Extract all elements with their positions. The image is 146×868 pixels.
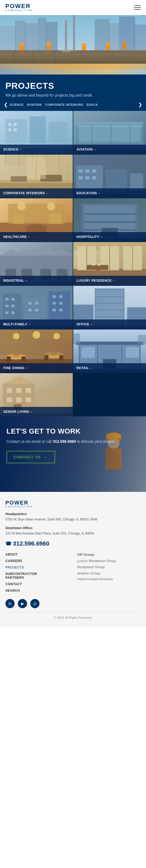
svg-rect-185 — [7, 397, 12, 402]
project-card-education[interactable]: EDUCATION→ — [73, 155, 146, 198]
svg-rect-9 — [134, 25, 146, 53]
svg-rect-173 — [126, 347, 139, 358]
svg-rect-130 — [52, 295, 56, 298]
footer-hq-address: Headquarters: 8750 W. Bryn Mawr Avenue, … — [5, 512, 141, 522]
footer-hq-label: Headquarters: — [5, 512, 141, 516]
svg-rect-22 — [47, 45, 51, 50]
svg-rect-73 — [92, 176, 96, 179]
cat-item-science[interactable]: SCIENCE — [9, 103, 24, 106]
footer-nav-about[interactable]: ABOUT — [5, 553, 69, 556]
header: POWER CONSTRUCTION — [0, 0, 146, 15]
footer-brands: VIP Group Luxury Residence Group Workpla… — [77, 553, 141, 592]
contact-us-button[interactable]: CONTACT US → — [6, 451, 55, 463]
svg-rect-40 — [14, 123, 17, 126]
footer-phone[interactable]: ☎ 312.596.6960 — [5, 540, 141, 547]
project-card-science[interactable]: SCIENCE→ — [0, 111, 73, 154]
footer-nav-subcontractor[interactable]: SUBCONTRACTORPARTNERS — [5, 572, 69, 580]
project-card-corporate[interactable]: CORPORATE INTERIORS→ — [0, 155, 73, 198]
footer-nav-careers[interactable]: CAREERS — [5, 559, 69, 563]
svg-point-152 — [33, 331, 40, 339]
svg-rect-30 — [122, 45, 126, 50]
cat-next-arrow[interactable]: ❯ — [137, 102, 144, 107]
svg-rect-18 — [20, 46, 24, 50]
footer-nav-projects[interactable]: PROJECTS — [5, 565, 69, 569]
svg-rect-164 — [0, 339, 73, 355]
svg-rect-121 — [11, 298, 15, 301]
footer-nav-search[interactable]: SEARCH — [5, 589, 69, 592]
hamburger-menu[interactable] — [134, 5, 141, 10]
footer-nav: ABOUT CAREERS PROJECTS SUBCONTRACTORPART… — [5, 553, 69, 592]
cat-item-corporate[interactable]: CORPORATE INTERIORS — [45, 103, 83, 106]
svg-rect-8 — [119, 17, 135, 53]
svg-rect-82 — [48, 213, 62, 224]
project-card-multifamily[interactable]: MULTI-FAMILY→ — [0, 286, 73, 329]
footer-nav-contact[interactable]: CONTACT — [5, 582, 69, 586]
svg-rect-88 — [84, 221, 135, 223]
project-grid: SCIENCE→ AVIATION→ — [0, 111, 146, 416]
logo-main-text: POWER — [5, 3, 30, 9]
footer-logo: POWER CONSTRUCTION — [5, 500, 141, 508]
svg-rect-4 — [38, 18, 46, 53]
cat-item-aviation[interactable]: AVIATION — [27, 103, 42, 106]
footer-brand-workplace: Workplace Group — [77, 565, 141, 569]
project-label-aviation: AVIATION→ — [73, 145, 146, 154]
svg-rect-3 — [24, 23, 38, 53]
svg-rect-42 — [14, 128, 17, 131]
cat-prev-arrow[interactable]: ❮ — [2, 102, 9, 107]
project-card-luxury[interactable]: LUXURY RESIDENCE→ — [73, 242, 146, 285]
instagram-icon[interactable]: ◎ — [30, 599, 40, 608]
hero-overlay — [0, 37, 146, 69]
project-card-industrial[interactable]: INDUSTRIAL→ — [0, 242, 73, 285]
footer-brand-aviation: Aviation Group — [77, 571, 141, 575]
svg-rect-172 — [81, 347, 95, 358]
svg-rect-114 — [92, 263, 95, 266]
project-label-senior: SENIOR LIVING→ — [0, 407, 73, 416]
project-label-office: OFFICE→ — [73, 319, 146, 329]
hero-image — [0, 15, 146, 74]
project-card-senior[interactable]: SENIOR LIVING→ — [0, 373, 73, 416]
svg-rect-35 — [5, 119, 27, 143]
project-card-aviation[interactable]: AVIATION→ — [73, 111, 146, 154]
category-nav: ❮ SCIENCE AVIATION CORPORATE INTERIORS E… — [0, 102, 146, 111]
svg-point-80 — [47, 203, 55, 211]
cta-text: Contact us via email or call 312.596.696… — [6, 439, 140, 444]
cta-section: LET'S GET TO WORK Contact us via email o… — [0, 416, 146, 492]
project-card-finedining[interactable]: FINE DINING→ — [0, 330, 73, 373]
svg-rect-46 — [79, 126, 141, 142]
project-card-office[interactable]: OFFICE→ — [73, 286, 146, 329]
project-card-hospitality[interactable]: HOSPITALITY→ — [73, 198, 146, 242]
svg-rect-41 — [8, 128, 11, 131]
svg-point-79 — [18, 203, 26, 211]
project-card-retail[interactable]: RETAIL→ — [73, 330, 146, 373]
youtube-icon[interactable]: ▶ — [18, 599, 27, 608]
svg-rect-134 — [52, 309, 56, 311]
cat-item-education[interactable]: EDUCA — [87, 103, 98, 106]
button-arrow-icon: → — [44, 455, 48, 460]
project-label-finedining: FINE DINING→ — [0, 363, 73, 373]
svg-rect-69 — [86, 169, 90, 173]
svg-rect-131 — [59, 295, 63, 298]
svg-rect-71 — [79, 176, 83, 179]
hamburger-line-3 — [134, 9, 141, 10]
svg-rect-26 — [82, 46, 86, 50]
svg-rect-160 — [7, 356, 11, 362]
svg-rect-127 — [35, 302, 39, 305]
svg-rect-129 — [35, 309, 39, 311]
project-card-healthcare[interactable]: HEALTHCARE→ — [0, 198, 73, 242]
svg-point-150 — [13, 333, 20, 339]
projects-title: PROJECTS — [5, 81, 141, 91]
svg-point-29 — [122, 42, 127, 45]
footer-dt-label: Downtown Office: — [5, 526, 141, 530]
linkedin-icon[interactable]: in — [5, 599, 15, 608]
svg-point-17 — [19, 43, 24, 46]
footer: POWER CONSTRUCTION Headquarters: 8750 W.… — [0, 492, 146, 627]
svg-rect-125 — [11, 311, 15, 314]
svg-rect-68 — [79, 169, 83, 173]
project-label-science: SCIENCE→ — [0, 145, 73, 154]
phone-icon: ☎ — [5, 541, 11, 547]
svg-rect-36 — [30, 116, 46, 143]
svg-rect-182 — [7, 388, 12, 393]
project-label-luxury: LUXURY RESIDENCE→ — [73, 276, 146, 285]
svg-rect-120 — [5, 298, 9, 301]
svg-rect-10 — [0, 50, 146, 64]
